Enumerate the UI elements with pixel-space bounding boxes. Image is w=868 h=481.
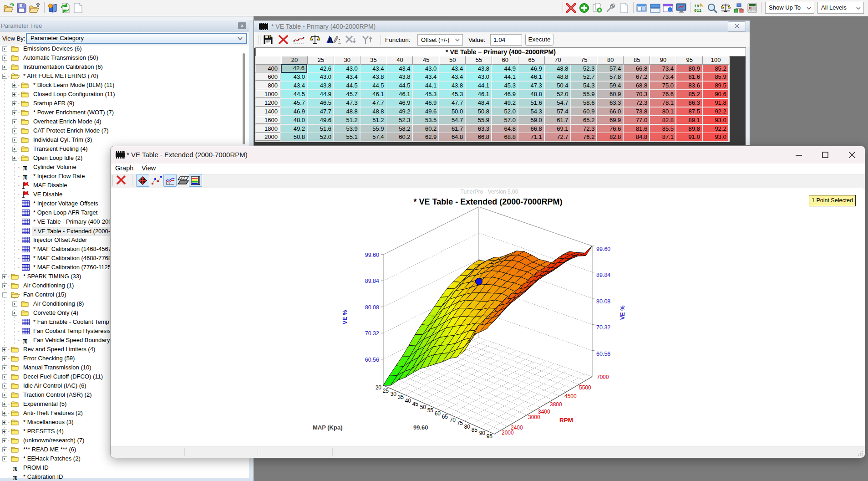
svg-text:70.32: 70.32 [365, 330, 379, 337]
svg-text:3000: 3000 [528, 414, 540, 420]
svg-text:25: 25 [383, 388, 389, 394]
svg-text:20: 20 [376, 384, 382, 391]
svg-text:80.08: 80.08 [365, 304, 379, 311]
svg-text:MAP (Kpa): MAP (Kpa) [313, 424, 342, 431]
svg-text:70.32: 70.32 [596, 324, 610, 331]
svg-text:75: 75 [457, 420, 463, 426]
svg-text:A: A [328, 36, 333, 45]
svg-text:60: 60 [435, 410, 441, 417]
svg-text:80.08: 80.08 [596, 298, 610, 305]
svg-text:VE %: VE % [619, 306, 626, 320]
svg-text:55: 55 [427, 407, 434, 414]
svg-text:40: 40 [405, 398, 411, 404]
svg-text:60.56: 60.56 [596, 351, 610, 357]
svg-text:70: 70 [450, 417, 456, 423]
svg-text:3400: 3400 [538, 409, 550, 415]
svg-text:2400: 2400 [511, 425, 523, 431]
svg-text:89.84: 89.84 [596, 272, 610, 278]
svg-text:5500: 5500 [579, 384, 591, 391]
svg-text:80: 80 [464, 424, 471, 430]
svg-text:60.56: 60.56 [365, 357, 379, 363]
svg-text:VE %: VE % [342, 310, 348, 324]
svg-text:65: 65 [442, 414, 448, 420]
svg-text:4500: 4500 [564, 393, 577, 399]
svg-text:3800: 3800 [550, 401, 562, 408]
svg-text:011: 011 [694, 9, 702, 13]
svg-text:RPM: RPM [559, 417, 573, 424]
svg-text:90: 90 [479, 430, 486, 436]
svg-text:30: 30 [391, 391, 397, 397]
svg-text:95: 95 [487, 433, 493, 440]
svg-text:85: 85 [472, 427, 478, 433]
svg-text:7000: 7000 [597, 374, 609, 380]
svg-text:45: 45 [412, 401, 419, 407]
svg-text:35: 35 [398, 394, 404, 400]
svg-text:89.84: 89.84 [365, 278, 379, 284]
svg-text:99.60: 99.60 [596, 246, 610, 252]
svg-text:99.60: 99.60 [413, 424, 428, 431]
svg-text:50: 50 [420, 404, 426, 410]
svg-text:99.60: 99.60 [365, 252, 379, 258]
